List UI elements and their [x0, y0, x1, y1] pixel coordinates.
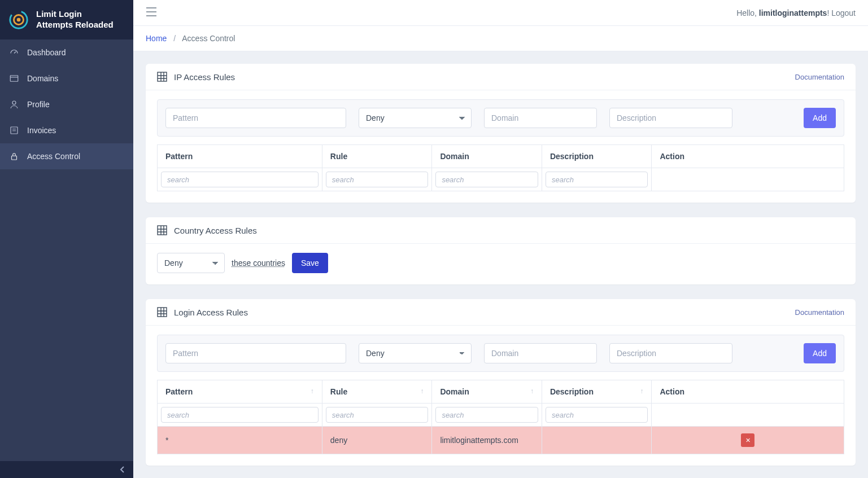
- country-access-rules-card: Country Access Rules Deny these countrie…: [146, 217, 856, 284]
- user-greeting: Hello, limitloginattempts! Logout: [736, 8, 856, 17]
- country-rule-select[interactable]: Deny: [157, 253, 225, 273]
- col-pattern[interactable]: Pattern: [158, 145, 322, 168]
- domain-input[interactable]: [484, 108, 597, 128]
- sidebar-item-label: Dashboard: [27, 48, 66, 57]
- close-icon: ✕: [745, 437, 751, 444]
- documentation-link[interactable]: Documentation: [795, 73, 844, 81]
- sort-icon: ↑: [420, 387, 424, 395]
- col-rule[interactable]: Rule: [322, 145, 432, 168]
- documentation-link[interactable]: Documentation: [795, 308, 844, 317]
- gauge-icon: [9, 47, 19, 58]
- pattern-input[interactable]: [165, 343, 346, 363]
- description-input[interactable]: [609, 343, 732, 363]
- sort-icon: ↑: [311, 387, 314, 395]
- pattern-input[interactable]: [165, 108, 346, 128]
- col-domain[interactable]: Domain↑: [432, 380, 542, 404]
- grid-icon: [157, 72, 167, 82]
- col-action: Action: [652, 145, 844, 168]
- search-domain[interactable]: [435, 407, 538, 423]
- sidebar-item-invoices[interactable]: Invoices: [0, 117, 133, 143]
- col-description[interactable]: Description↑: [542, 380, 652, 404]
- invoice-icon: [9, 125, 19, 135]
- col-rule[interactable]: Rule↑: [322, 380, 432, 404]
- cell-domain: limitloginattempts.com: [432, 427, 542, 454]
- rule-select[interactable]: Deny: [359, 343, 472, 363]
- delete-button[interactable]: ✕: [741, 433, 754, 447]
- search-rule[interactable]: [326, 407, 429, 423]
- search-description[interactable]: [546, 172, 648, 187]
- breadcrumb-separator: /: [173, 34, 176, 43]
- sidebar-item-profile[interactable]: Profile: [0, 91, 133, 117]
- chevron-left-icon: [120, 466, 125, 473]
- cell-rule: deny: [322, 427, 432, 454]
- add-button[interactable]: Add: [804, 343, 836, 363]
- sidebar-item-label: Profile: [27, 100, 50, 109]
- card-title: Login Access Rules: [174, 308, 248, 317]
- col-domain[interactable]: Domain: [432, 145, 542, 168]
- search-description[interactable]: [546, 407, 648, 423]
- ip-rules-table: Pattern Rule Domain Description Action: [157, 144, 844, 191]
- svg-rect-8: [158, 226, 167, 235]
- col-action: Action: [652, 380, 844, 404]
- sidebar-nav: Dashboard Domains Profile Invoices Acces…: [0, 40, 133, 169]
- sort-icon: ↑: [640, 387, 643, 395]
- grid-icon: [157, 225, 167, 235]
- breadcrumb-current: Access Control: [182, 34, 235, 43]
- lock-icon: [9, 151, 19, 161]
- svg-rect-7: [158, 72, 167, 81]
- sidebar-item-dashboard[interactable]: Dashboard: [0, 40, 133, 65]
- sort-icon: ↑: [530, 387, 534, 395]
- login-rules-table: Pattern↑ Rule↑ Domain↑ Description↑ Acti…: [157, 380, 844, 454]
- breadcrumb-home[interactable]: Home: [146, 34, 167, 43]
- user-icon: [9, 99, 19, 109]
- svg-rect-3: [10, 76, 18, 82]
- description-input[interactable]: [609, 108, 732, 128]
- sidebar-collapse-toggle[interactable]: [0, 461, 133, 478]
- search-pattern[interactable]: [161, 407, 319, 423]
- sidebar-item-label: Access Control: [27, 152, 80, 161]
- sidebar-item-label: Invoices: [27, 126, 56, 135]
- rule-select[interactable]: Deny: [359, 108, 472, 128]
- svg-rect-9: [158, 308, 167, 317]
- username: limitloginattempts: [759, 8, 827, 17]
- brand: Limit LoginAttempts Reloaded: [0, 0, 133, 40]
- these-countries-link[interactable]: these countries: [232, 258, 285, 267]
- card-title: IP Access Rules: [174, 72, 235, 82]
- login-access-rules-card: Login Access Rules Documentation Deny: [146, 299, 856, 466]
- svg-rect-6: [12, 156, 17, 160]
- main: Hello, limitloginattempts! Logout Home /…: [133, 0, 868, 478]
- cell-action: ✕: [652, 427, 844, 454]
- ip-add-rule-row: Deny Add: [157, 99, 844, 137]
- sidebar-item-domains[interactable]: Domains: [0, 65, 133, 91]
- grid-icon: [157, 307, 167, 317]
- cell-description: [542, 427, 652, 454]
- search-domain[interactable]: [435, 172, 538, 187]
- search-rule[interactable]: [326, 172, 429, 187]
- col-pattern[interactable]: Pattern↑: [158, 380, 322, 404]
- brand-logo-icon: [8, 9, 29, 30]
- brand-title: Limit LoginAttempts Reloaded: [36, 9, 114, 30]
- window-icon: [9, 73, 19, 84]
- menu-toggle[interactable]: [146, 7, 157, 18]
- save-button[interactable]: Save: [292, 253, 328, 273]
- svg-point-4: [12, 101, 16, 104]
- search-pattern[interactable]: [161, 172, 319, 187]
- card-title: Country Access Rules: [174, 226, 257, 235]
- sidebar-item-label: Domains: [27, 74, 58, 83]
- hamburger-icon: [146, 7, 157, 16]
- cell-pattern: *: [158, 427, 322, 454]
- sidebar: Limit LoginAttempts Reloaded Dashboard D…: [0, 0, 133, 478]
- topbar: Hello, limitloginattempts! Logout: [133, 0, 868, 26]
- svg-rect-5: [11, 127, 18, 134]
- logout-link[interactable]: Logout: [831, 8, 856, 17]
- breadcrumb: Home / Access Control: [133, 26, 868, 51]
- table-row[interactable]: * deny limitloginattempts.com ✕: [158, 427, 844, 454]
- svg-point-2: [17, 18, 21, 22]
- domain-input[interactable]: [484, 343, 597, 363]
- login-add-rule-row: Deny Add: [157, 335, 844, 372]
- col-description[interactable]: Description: [542, 145, 652, 168]
- ip-access-rules-card: IP Access Rules Documentation Deny: [146, 64, 856, 203]
- sidebar-item-access-control[interactable]: Access Control: [0, 143, 133, 169]
- add-button[interactable]: Add: [804, 108, 836, 128]
